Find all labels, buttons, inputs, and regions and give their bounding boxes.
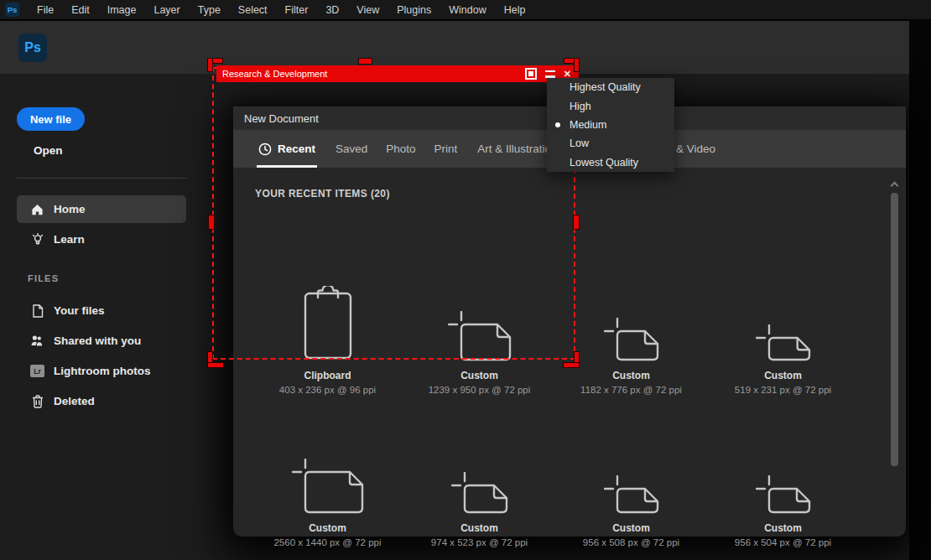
sidebar-item-label: Your files xyxy=(54,304,105,317)
item-details: 956 x 504 px @ 72 ppi xyxy=(735,537,831,547)
custom-doc-icon xyxy=(604,475,659,514)
menu-view[interactable]: View xyxy=(356,4,379,16)
capture-window-titlebar[interactable]: Research & Development ✕ xyxy=(216,65,579,82)
recent-item-custom[interactable]: Custom 2560 x 1440 px @ 72 ppi xyxy=(252,425,403,547)
sidebar-item-label: Home xyxy=(54,203,86,215)
lightbulb-icon xyxy=(30,232,44,246)
handle-top-left[interactable] xyxy=(208,59,212,71)
display-toggle-button[interactable] xyxy=(525,68,537,80)
menu-item-label: High xyxy=(570,101,591,112)
item-name: Custom xyxy=(460,370,498,381)
handle-middle-right[interactable] xyxy=(574,215,579,229)
item-details: 1239 x 950 px @ 72 ppi xyxy=(429,385,531,395)
sidebar-item-label: Lightroom photos xyxy=(54,365,150,377)
recent-item-custom[interactable]: Custom 974 x 523 px @ 72 ppi xyxy=(403,425,555,547)
item-details: 1182 x 776 px @ 72 ppi xyxy=(580,385,682,395)
sidebar-item-label: Shared with you xyxy=(54,334,141,347)
menu-filter[interactable]: Filter xyxy=(285,4,309,16)
sidebar-item-lightroom-photos[interactable]: Lr Lightroom photos xyxy=(17,357,186,385)
dialog-scrollbar[interactable] xyxy=(891,193,898,466)
menu-item-label: Highest Quality xyxy=(570,81,641,93)
menu-item-lowest-quality[interactable]: Lowest Quality xyxy=(547,153,674,172)
home-icon xyxy=(30,202,44,216)
photoshop-logo: Ps xyxy=(18,34,47,62)
selected-bullet-icon xyxy=(555,122,560,127)
menu-item-highest-quality[interactable]: Highest Quality xyxy=(547,78,674,96)
item-details: 403 x 236 px @ 96 ppi xyxy=(279,385,376,395)
handle-top-right[interactable] xyxy=(575,59,579,71)
capture-selection-region xyxy=(212,67,575,360)
item-details: 519 x 231 px @ 72 ppi xyxy=(735,385,831,395)
close-icon[interactable]: ✕ xyxy=(564,70,571,78)
item-name: Custom xyxy=(309,522,346,534)
menu-item-low[interactable]: Low xyxy=(547,134,674,153)
menu-item-medium[interactable]: Medium xyxy=(547,116,674,134)
item-details: 2560 x 1440 px @ 72 ppi xyxy=(273,537,381,547)
custom-doc-icon xyxy=(756,324,811,361)
sidebar-item-shared-with-you[interactable]: Shared with you xyxy=(17,327,186,355)
file-icon xyxy=(30,303,44,318)
item-name: Custom xyxy=(612,370,650,381)
sidebar-item-your-files[interactable]: Your files xyxy=(17,297,186,324)
menu-help[interactable]: Help xyxy=(504,4,526,16)
menu-item-label: Low xyxy=(570,137,589,149)
files-section-label: FILES xyxy=(28,273,59,283)
custom-doc-icon xyxy=(604,318,659,361)
menu-edit[interactable]: Edit xyxy=(71,4,90,16)
handle-middle-left[interactable] xyxy=(209,215,214,229)
custom-doc-icon xyxy=(756,475,811,514)
recent-item-custom[interactable]: Custom 956 x 504 px @ 72 ppi xyxy=(707,425,859,547)
menu-window[interactable]: Window xyxy=(449,4,486,16)
menu-item-high[interactable]: High xyxy=(547,96,674,115)
sidebar-divider xyxy=(17,178,186,179)
menu-image[interactable]: Image xyxy=(107,4,137,16)
handle-bottom-right[interactable] xyxy=(564,363,579,367)
menu-3d[interactable]: 3D xyxy=(325,4,339,16)
menu-select[interactable]: Select xyxy=(238,4,268,16)
menu-file[interactable]: File xyxy=(37,4,54,16)
new-file-button[interactable]: New file xyxy=(17,107,85,131)
quality-dropdown-menu: Highest Quality High Medium Low Lowest Q… xyxy=(547,78,674,172)
item-details: 974 x 523 px @ 72 ppi xyxy=(431,537,528,547)
sidebar-item-label: Learn xyxy=(54,233,85,246)
menu-layer[interactable]: Layer xyxy=(153,4,179,16)
handle-top-middle[interactable] xyxy=(359,59,372,64)
display-toggle-fill xyxy=(528,71,533,76)
recent-item-custom[interactable]: Custom 519 x 231 px @ 72 ppi xyxy=(707,272,859,395)
item-name: Clipboard xyxy=(304,370,351,381)
app-icon-small: Ps xyxy=(5,3,19,17)
item-details: 956 x 508 px @ 72 ppi xyxy=(583,537,679,547)
menu-item-label: Lowest Quality xyxy=(570,157,638,169)
menubar: Ps File Edit Image Layer Type Select Fil… xyxy=(0,0,931,20)
menu-button[interactable] xyxy=(545,70,555,78)
item-name: Custom xyxy=(612,522,650,534)
lightroom-icon: Lr xyxy=(30,364,44,378)
handle-bottom-left[interactable] xyxy=(208,363,223,367)
recent-item-custom[interactable]: Custom 1182 x 776 px @ 72 ppi xyxy=(555,272,707,395)
sidebar-item-home[interactable]: Home xyxy=(17,195,186,223)
photoshop-window: Ps File Edit Image Layer Type Select Fil… xyxy=(0,0,931,560)
custom-doc-icon xyxy=(292,459,364,514)
menu-item-label: Medium xyxy=(570,119,606,131)
custom-doc-icon xyxy=(451,472,508,514)
sidebar-item-learn[interactable]: Learn xyxy=(17,226,186,253)
menu-type[interactable]: Type xyxy=(198,4,221,16)
item-name: Custom xyxy=(460,522,498,534)
open-button[interactable]: Open xyxy=(34,144,63,157)
menu-plugins[interactable]: Plugins xyxy=(397,4,431,16)
trash-icon xyxy=(30,394,44,408)
people-icon xyxy=(30,334,44,348)
recent-item-custom[interactable]: Custom 956 x 508 px @ 72 ppi xyxy=(555,425,707,547)
item-name: Custom xyxy=(764,522,802,534)
sidebar-item-label: Deleted xyxy=(54,395,95,407)
sidebar-item-deleted[interactable]: Deleted xyxy=(17,387,186,415)
capture-window-title: Research & Development xyxy=(222,69,327,79)
item-name: Custom xyxy=(764,370,802,381)
